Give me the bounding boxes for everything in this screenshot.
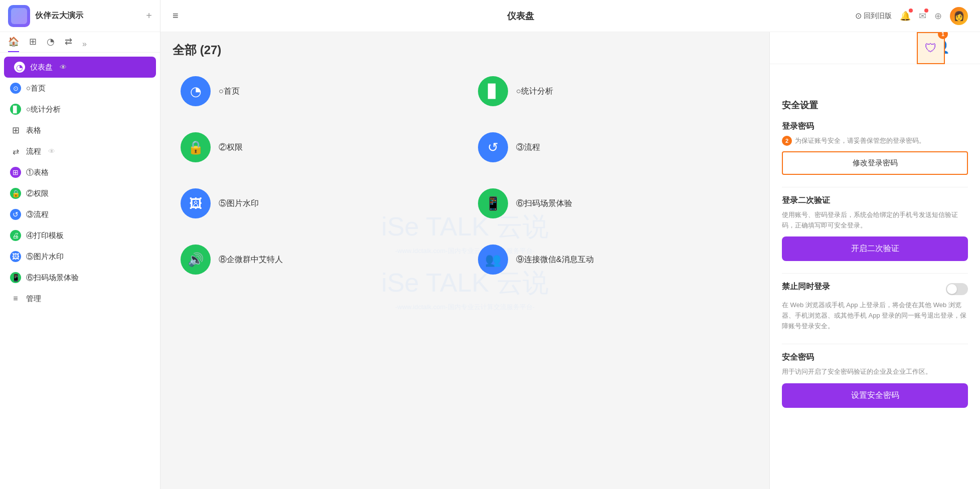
change-password-button[interactable]: 修改登录密码 [782,151,968,175]
sidebar-logo [8,5,30,27]
manage-label: 管理 [26,294,41,304]
security-code-title: 安全密码 [782,352,968,363]
concurrent-desc: 在 Web 浏览器或手机 App 上登录后，将会使在其他 Web 浏览器、手机浏… [782,300,968,331]
shield-button[interactable]: 🛡 1 [917,32,945,64]
nav-list: ◔ 仪表盘 👁 ⊙ ○首页 ▊ ○统计分析 ⊞ 表格 ⇄ 流程 👁 ⊞ ①表格 … [0,53,160,489]
notification-badge [909,9,913,13]
app-icon-wechat: 🔊 [181,244,211,275]
app-label-home: ○首页 [219,86,240,97]
home-icon: ⊙ [10,83,21,94]
login-password-desc: 为保证账号安全，请妥善保管您的登录密码。 [795,136,925,146]
app-label-watermark: ⑤图片水印 [219,198,259,209]
sidebar-item-table[interactable]: ⊞ 表格 [0,120,160,141]
menu-icon[interactable]: ≡ [173,10,179,22]
flow-icon: ⇄ [10,146,21,157]
app-icon-qr: 📱 [478,188,508,218]
app-label-stats: ○统计分析 [516,86,553,97]
tab-bar: 🏠 ⊞ ◔ ⇄ » [0,32,160,53]
tab-more[interactable]: » [82,40,87,49]
tab-grid[interactable]: ⊞ [29,36,37,52]
sidebar-title: 伙伴云大演示 [35,11,146,21]
security-code-desc: 用于访问开启了安全密码验证的企业及企业工作区。 [782,367,968,377]
section-login-password: 登录密码 2 为保证账号安全，请妥善保管您的登录密码。 修改登录密码 [782,121,968,175]
eye-icon: 👁 [60,63,67,71]
avatar[interactable]: 👩 [950,7,968,25]
app-icon-home: ◔ [181,76,211,106]
sidebar-item-watermark5[interactable]: 🖼 ⑤图片水印 [0,246,160,267]
enable-two-factor-button[interactable]: 开启二次验证 [782,236,968,261]
app-card-stats[interactable]: ▊ ○统计分析 [470,68,757,114]
sidebar-item-table1[interactable]: ⊞ ①表格 [0,162,160,183]
dashboard-label: 仪表盘 [30,63,53,72]
back-icon: ⊙ [855,11,862,21]
stats-icon: ▊ [10,104,21,115]
auth2-icon: 🔒 [10,188,21,199]
flow3-icon: ↺ [10,209,21,220]
qr6-icon: 📱 [10,272,21,283]
tab-home[interactable]: 🏠 [8,36,19,52]
app-label-flow: ③流程 [516,142,540,153]
sidebar-item-print4[interactable]: 🖨 ④打印模板 [0,225,160,246]
flow-label: 流程 [26,147,41,156]
add-button[interactable]: + [146,10,152,22]
app-label-wechat: ⑧企微群中艾特人 [219,255,283,265]
flow3-label: ③流程 [26,210,49,219]
app-card-connect[interactable]: 👥 ⑨连接微信&消息互动 [470,236,757,283]
badge-2: 2 [782,136,792,146]
notification-button[interactable]: 🔔 [900,11,911,22]
app-label-connect: ⑨连接微信&消息互动 [516,255,594,265]
concurrent-toggle-row: 禁止同时登录 [782,282,968,296]
app-card-wechat[interactable]: 🔊 ⑧企微群中艾特人 [173,236,460,283]
dashboard-panel: iSe TALK 云说 -www.idctalk.com-国内专业云计算交流服务… [160,32,769,489]
topbar: ≡ 仪表盘 ⊙ 回到旧版 🔔 ✉ ⊕ 👩 [160,0,980,32]
table1-icon: ⊞ [10,167,21,178]
app-card-qr[interactable]: 📱 ⑥扫码场景体验 [470,180,757,226]
two-factor-desc: 使用账号、密码登录后，系统会给绑定的手机号发送短信验证码，正确填写即可安全登录。 [782,210,968,231]
shield-badge: 1 [938,32,948,39]
mail-button[interactable]: ✉ [919,11,926,22]
app-card-flow[interactable]: ↺ ③流程 [470,124,757,170]
sidebar-item-home[interactable]: ⊙ ○首页 [0,78,160,99]
divider-3 [782,344,968,344]
security-content: 安全设置 登录密码 2 为保证账号安全，请妥善保管您的登录密码。 修改登录密码 … [770,64,980,430]
set-security-code-button[interactable]: 设置安全密码 [782,383,968,408]
section-two-factor: 登录二次验证 使用账号、密码登录后，系统会给绑定的手机号发送短信验证码，正确填写… [782,195,968,262]
stats-label: ○统计分析 [26,105,61,114]
dashboard-icon: ◔ [14,62,25,73]
sidebar-item-manage[interactable]: ≡ 管理 [0,288,160,309]
app-card-home[interactable]: ◔ ○首页 [173,68,460,114]
sidebar: 伙伴云大演示 + 🏠 ⊞ ◔ ⇄ » ◔ 仪表盘 👁 ⊙ ○首页 ▊ ○统计分析… [0,0,160,489]
tab-chart[interactable]: ◔ [47,36,55,52]
section-security-code: 安全密码 用于访问开启了安全密码验证的企业及企业工作区。 设置安全密码 [782,352,968,408]
sidebar-item-auth2[interactable]: 🔒 ②权限 [0,183,160,204]
concurrent-toggle[interactable] [946,283,968,295]
back-old-button[interactable]: ⊙ 回到旧版 [855,11,892,21]
sidebar-header: 伙伴云大演示 + [0,0,160,32]
app-label-auth: ②权限 [219,142,243,153]
page-title: 仪表盘 [187,10,855,22]
print4-label: ④打印模板 [26,231,64,240]
flow-eye-icon: 👁 [48,147,55,155]
app-card-auth[interactable]: 🔒 ②权限 [173,124,460,170]
login-password-title: 登录密码 [782,121,968,132]
security-title: 安全设置 [782,99,968,111]
home-label: ○首页 [26,84,46,93]
sidebar-item-qr6[interactable]: 📱 ⑥扫码场景体验 [0,267,160,288]
auth2-label: ②权限 [26,189,49,198]
qr6-label: ⑥扫码场景体验 [26,273,79,283]
settings-icon[interactable]: ⊕ [934,11,942,22]
table-icon: ⊞ [10,125,21,136]
login-password-badge-row: 2 为保证账号安全，请妥善保管您的登录密码。 [782,136,968,146]
main-content: ≡ 仪表盘 ⊙ 回到旧版 🔔 ✉ ⊕ 👩 iSe TALK 云说 -ww [160,0,980,489]
content-area: iSe TALK 云说 -www.idctalk.com-国内专业云计算交流服务… [160,32,980,489]
tab-flow[interactable]: ⇄ [65,36,72,52]
print4-icon: 🖨 [10,230,21,241]
sidebar-item-dashboard[interactable]: ◔ 仪表盘 👁 [4,57,156,78]
sidebar-item-stats[interactable]: ▊ ○统计分析 [0,99,160,120]
sidebar-item-flow3[interactable]: ↺ ③流程 [0,204,160,225]
app-card-watermark[interactable]: 🖼 ⑤图片水印 [173,180,460,226]
app-icon-stats: ▊ [478,76,508,106]
watermark5-label: ⑤图片水印 [26,252,64,262]
sidebar-item-flow[interactable]: ⇄ 流程 👁 [0,141,160,162]
table1-label: ①表格 [26,168,49,177]
